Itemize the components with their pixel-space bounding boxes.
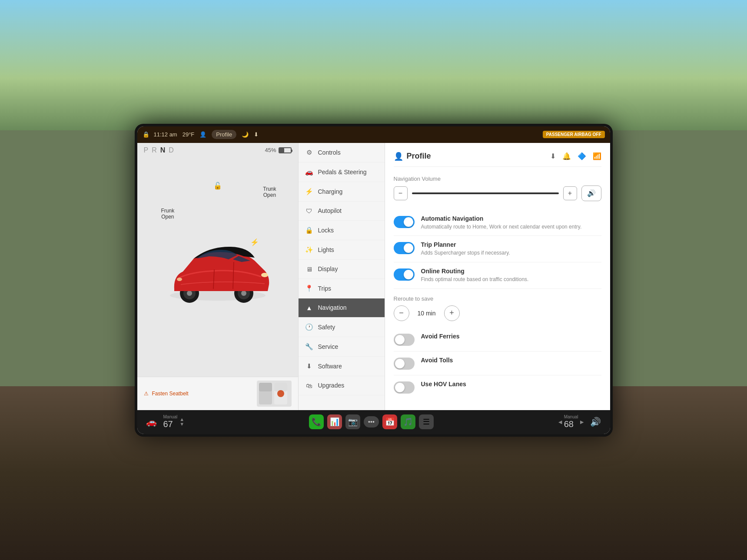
left-temp-arrows: ▲ ▼ <box>179 417 184 427</box>
charging-icon: ⚡ <box>305 188 314 196</box>
controls-icon: ⚙ <box>305 149 314 156</box>
menu-item-upgrades[interactable]: 🛍 Upgrades <box>299 376 385 395</box>
phone-button[interactable]: 📞 <box>309 414 324 429</box>
profile-button[interactable]: Profile <box>212 130 236 139</box>
charge-icon: ⚡ <box>250 238 259 246</box>
trunk-title: Trunk <box>263 186 276 192</box>
avoid-ferries-row: Avoid Ferries <box>394 328 601 351</box>
svg-rect-10 <box>259 383 272 391</box>
volume-control: − + 🔊 <box>394 186 601 201</box>
warning-area: ⚠ Fasten Seatbelt <box>137 377 298 410</box>
profile-label: Profile <box>216 131 232 138</box>
left-temp-label: Manual 67 <box>163 414 178 429</box>
online-routing-title: Online Routing <box>421 268 601 275</box>
screen-inner: 🔒 11:12 am 29°F 👤 Profile 🌙 ⬇ PASSENGER … <box>137 126 610 434</box>
nav-volume-label: Navigation Volume <box>394 176 601 182</box>
right-temp-info: Manual 68 <box>564 414 578 429</box>
menu-item-locks[interactable]: 🔒 Locks <box>299 221 385 240</box>
menu-item-autopilot[interactable]: 🛡 Autopilot <box>299 202 385 221</box>
background-top <box>0 0 747 130</box>
seat-thumbnail <box>257 381 292 407</box>
automatic-navigation-row: Automatic Navigation Automatically route… <box>394 210 601 236</box>
music-button[interactable]: 📊 <box>327 414 342 429</box>
locks-icon: 🔒 <box>305 226 314 234</box>
clock: 11:12 am <box>154 131 177 138</box>
hov-lanes-title: Use HOV Lanes <box>421 381 601 388</box>
gear-d: D <box>169 146 174 154</box>
avoid-tolls-text: Avoid Tolls <box>421 357 601 365</box>
menu-item-display[interactable]: 🖥 Display <box>299 260 385 279</box>
upgrades-icon: 🛍 <box>305 382 314 389</box>
bottom-center: 📞 📊 📷 ••• 📅 🎵 ☰ <box>309 414 434 429</box>
camera-button[interactable]: 📷 <box>345 414 360 429</box>
autopilot-label: Autopilot <box>318 207 342 214</box>
menu-item-safety[interactable]: 🕐 Safety <box>299 318 385 337</box>
svg-point-6 <box>241 291 246 296</box>
online-routing-desc: Finds optimal route based on traffic con… <box>421 276 601 283</box>
volume-plus-button[interactable]: + <box>563 186 577 200</box>
temperature: 29°F <box>183 131 195 138</box>
display-icon: 🖥 <box>305 265 314 273</box>
more-button[interactable]: ••• <box>364 416 379 427</box>
frunk-title: Frunk <box>161 208 175 214</box>
locks-label: Locks <box>318 227 334 234</box>
trip-planner-toggle[interactable] <box>394 242 415 254</box>
spotify-button[interactable]: 🎵 <box>401 414 415 429</box>
automatic-navigation-toggle[interactable] <box>394 216 415 228</box>
status-bar-right: PASSENGER AIRBAG OFF <box>543 131 605 138</box>
left-temp-down[interactable]: ▼ <box>179 422 184 427</box>
online-routing-row: Online Routing Finds optimal route based… <box>394 262 601 289</box>
menu-item-lights[interactable]: ✨ Lights <box>299 240 385 260</box>
volume-speaker-button[interactable]: 🔊 <box>581 186 601 201</box>
reroute-section: Reroute to save − 10 min + <box>394 295 601 321</box>
right-temp-right[interactable]: ▶ <box>580 420 584 424</box>
reroute-control: − 10 min + <box>394 305 601 321</box>
online-routing-toggle[interactable] <box>394 268 415 281</box>
panel-header-icons: ⬇ 🔔 🔷 📶 <box>550 152 601 160</box>
bottom-volume-icon[interactable]: 🔊 <box>590 417 601 427</box>
safety-icon: 🕐 <box>305 323 314 331</box>
charging-label: Charging <box>318 188 343 195</box>
status-bar: 🔒 11:12 am 29°F 👤 Profile 🌙 ⬇ PASSENGER … <box>137 126 610 143</box>
reroute-minus-button[interactable]: − <box>394 305 409 321</box>
automatic-navigation-title: Automatic Navigation <box>421 215 601 222</box>
display-label: Display <box>318 265 338 272</box>
bottom-left: 🚗 Manual 67 ▲ ▼ <box>146 414 185 429</box>
calendar-button[interactable]: 📅 <box>382 414 397 429</box>
menu-item-controls[interactable]: ⚙ Controls <box>299 143 385 162</box>
software-label: Software <box>318 363 342 370</box>
menu-icon: ☰ <box>423 417 430 427</box>
bottom-car-icon[interactable]: 🚗 <box>146 417 157 427</box>
menu-item-software[interactable]: ⬇ Software <box>299 357 385 376</box>
music-icon: 📊 <box>330 417 339 427</box>
menu-item-service[interactable]: 🔧 Service <box>299 337 385 357</box>
avoid-ferries-text: Avoid Ferries <box>421 333 601 341</box>
panel-title-text: Profile <box>407 152 431 161</box>
menu-button[interactable]: ☰ <box>419 414 434 429</box>
hov-lanes-toggle[interactable] <box>394 381 415 394</box>
trip-planner-text: Trip Planner Adds Supercharger stops if … <box>421 241 601 257</box>
right-temp-arrows: ◀ <box>558 420 562 424</box>
volume-minus-button[interactable]: − <box>394 186 408 200</box>
volume-slider[interactable] <box>412 192 559 194</box>
trip-planner-row: Trip Planner Adds Supercharger stops if … <box>394 236 601 262</box>
menu-item-trips[interactable]: 📍 Trips <box>299 279 385 298</box>
right-temp-left[interactable]: ◀ <box>558 420 562 424</box>
reroute-plus-button[interactable]: + <box>444 305 460 321</box>
avoid-ferries-toggle[interactable] <box>394 334 415 346</box>
battery-fill <box>279 148 285 152</box>
frunk-label: Frunk Open <box>161 208 175 220</box>
menu-item-pedals[interactable]: 🚗 Pedals & Steering <box>299 162 385 182</box>
left-panel: P R N D 45% Trunk Open <box>137 143 298 410</box>
avoid-tolls-title: Avoid Tolls <box>421 357 601 364</box>
lock-icon: 🔒 <box>143 131 149 138</box>
menu-item-navigation[interactable]: ▲ Navigation <box>299 298 385 318</box>
reroute-label: Reroute to save <box>394 295 601 302</box>
menu-item-charging[interactable]: ⚡ Charging <box>299 182 385 202</box>
lights-icon: ✨ <box>305 246 314 254</box>
bell-header-icon: 🔔 <box>562 152 571 160</box>
avoid-tolls-toggle[interactable] <box>394 358 415 370</box>
automatic-navigation-desc: Automatically route to Home, Work or nex… <box>421 223 601 231</box>
warning-text: Fasten Seatbelt <box>152 391 189 397</box>
right-temp-value: 68 <box>564 419 578 429</box>
